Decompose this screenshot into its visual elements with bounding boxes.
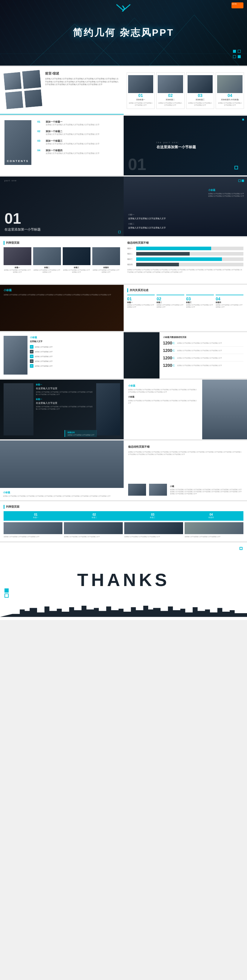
add-title-1: 01 添加标题一 这里输入文字这里输入文字这里输入文字这里输入文字 (127, 72, 155, 109)
te-col-4: 04 标题四 (182, 513, 241, 519)
part-big-num: 01 (128, 155, 146, 174)
summary2-content: 做总结性页面不错 这里输入文字这里输入文字这里输入文字这里输入文字这里输入文字这… (124, 441, 247, 500)
city-sub-text2: 这里输入文字这里输入文字这里输入文字 (128, 226, 243, 229)
sub-list-item-2: 02 这里输入文字这里输入文字 (30, 349, 120, 354)
ci-text-4: 这里输入文字这里输入文字这里输入文字这里输入文字这里输入文字 (46, 152, 99, 155)
stat-unit-3: 亿 (172, 356, 175, 360)
person-content: 小标题 这里输入文字这里输入文字这里输入文字这里输入文字这里输入文字这里输入文字… (124, 380, 247, 439)
arch-extra-text: 这里输入文字这里输入文字这里输入文字 (67, 434, 95, 436)
city-slide: 小标一 这里输入文字这里输入文字这里输入文字 小标二 这里输入文字这里输入文字这… (124, 177, 247, 236)
sub-list-item-1: 01 这里输入文字这里输入文字 (30, 344, 120, 349)
stat-val-3: 1200 (163, 355, 172, 360)
atb-text-4: 这里输入文字这里输入文字这里输入文字这里输入文字 (217, 102, 242, 106)
thanks-sq-2 (5, 593, 9, 598)
stat-val-2: 1200 (163, 348, 172, 353)
bar-label-2: 项目二 (127, 253, 136, 255)
atb-label-3: 添加标题三 (188, 99, 213, 101)
part-deco-sq (234, 166, 238, 169)
guitar-text: 这里输入文字这里输入文字这里输入文字这里输入文字这里输入文字这里输入文字这里输入… (3, 293, 120, 296)
part01-slide: part one 01 在这里添加第一小节标题 (0, 177, 124, 236)
sum-thumb-2 (149, 484, 167, 496)
city-text-content: 小标题 这里输入文字这里输入文字这里输入文字这里输入文字这里输入文字这里输入文字… (0, 441, 124, 500)
contents-left: CONTENTS (5, 120, 34, 171)
contents-word: CONTENTS (7, 159, 29, 162)
person-title2: 小标题 (128, 395, 198, 398)
list-img-1 (3, 247, 31, 265)
bar-row-4: 项目四 (127, 263, 244, 266)
list-img-2 (33, 247, 61, 265)
sum-thumb-1 (128, 484, 146, 496)
intro-body: 这里输入文字这里输入文字这里输入文字这里输入文字这里输入文字这里输入文字这里输入… (45, 78, 119, 86)
sub-list-item-3: 03 这里输入文字这里输入文字 (30, 354, 120, 359)
person-text: 小标题 这里输入文字这里输入文字这里输入文字这里输入文字这里输入文字这里输入文字… (124, 380, 202, 439)
bar-label-3: 项目三 (127, 258, 136, 261)
list-item-4: 标题四 这里输入文字这里输入文字这里输入文字这里输入文字 (92, 247, 120, 273)
te-item-text-1: 这里输入文字这里输入文字这里输入文字这里输入文字 (3, 536, 63, 538)
thanks-deco-sq (239, 547, 242, 550)
te-item-text-4: 这里输入文字这里输入文字这里输入文字这里输入文字 (184, 536, 244, 538)
sub-img (3, 336, 27, 375)
te-img-3 (124, 522, 183, 534)
summary-text: 这里输入文字这里输入文字这里输入文字这里输入文字这里输入文字这里输入文字这里输入… (127, 269, 244, 273)
guitar-text-wrap: 小标题 这里输入文字这里输入文字这里输入文字这里输入文字这里输入文字这里输入文字… (0, 285, 124, 299)
arch-content: 标题一 在这里输入文字这里 这里输入文字这里输入文字这里输入文字这里输入文字这里… (0, 380, 124, 439)
stats-img (124, 332, 159, 379)
stat-row-2: 1200 亿 这里输入文字这里输入文字这里输入文字这里输入文字这里输入文字 (163, 348, 244, 354)
list-item-2: 标题二 这里输入文字这里输入文字这里输入文字这里输入文字 (33, 247, 61, 273)
sub-list-item-5: 05 这里输入文字这里输入文字 (30, 364, 120, 368)
logo: 澳牛网 (231, 2, 244, 8)
atb-label-4: 添加标题四 (补充标题) (217, 99, 242, 101)
atb-img-1 (128, 75, 154, 93)
stat-desc-2: 这里输入文字这里输入文字这里输入文字这里输入文字这里输入文字 (177, 350, 244, 351)
te-img-1 (3, 522, 63, 534)
list-text-1: 这里输入文字这里输入文字这里输入文字这里输入文字 (3, 269, 31, 273)
stat-val-1: 1200 (163, 340, 172, 345)
enum-num-1: 01 (127, 296, 155, 301)
atb-img-2 (158, 75, 183, 93)
te-item-text-3: 这里输入文字这里输入文字这里输入文字这里输入文字 (124, 536, 183, 538)
contents-slide: CONTENTS 01 添加一个标题一 这里输入文字这里输入文字这里输入文字这里… (0, 116, 124, 175)
stats-numbers: 小标题 列数据描述性页面 1200 亿 这里输入文字这里输入文字这里输入文字这里… (159, 332, 247, 379)
enum-item-3: 03 标题三 这里输入文字这里输入文字这里输入文字这里输入文字 (186, 295, 214, 308)
intro-content: 前言·综述 这里输入文字这里输入文字这里输入文字这里输入文字这里输入文字这里输入… (0, 67, 124, 115)
atb-label-2: 添加标题二 (158, 99, 183, 101)
city-content: 小标一 这里输入文字这里输入文字这里输入文字 小标二 这里输入文字这里输入文字这… (124, 177, 247, 236)
deco-sq-4 (238, 55, 241, 58)
contents-item-2: 02 添加一个标题二 这里输入文字这里输入文字这里输入文字这里输入文字这里输入文… (37, 130, 119, 136)
number-stats-content: 小标题 列数据描述性页面 1200 亿 这里输入文字这里输入文字这里输入文字这里… (124, 332, 247, 379)
ci-num-3: 03 (37, 139, 43, 142)
stat-unit-4: 亿 (172, 364, 175, 367)
add-titles-content: 01 添加标题一 这里输入文字这里输入文字这里输入文字这里输入文字 02 添加标… (124, 67, 247, 115)
bar-bg-3 (136, 258, 244, 261)
deco-sq-3 (233, 55, 236, 58)
bar-fill-2 (136, 252, 190, 256)
city-right-heading: 小标题 (208, 188, 244, 192)
person-slide: 小标题 这里输入文字这里输入文字这里输入文字这里输入文字这里输入文字这里输入文字… (124, 380, 247, 439)
ci-title-3: 添加一个标题三 (46, 139, 99, 143)
city-sub-label: 小标一 (128, 213, 243, 216)
arch-t2: 在这里输入文字这里 (36, 401, 94, 405)
ci-title-4: 添加一个标题四 (46, 149, 99, 152)
stat-row-3: 1200 亿 这里输入文字这里输入文字这里输入文字这里输入文字这里输入文字 (163, 355, 244, 361)
guitar-heading: 小标题 (3, 288, 120, 292)
enum-num-4: 04 (216, 296, 244, 301)
atb-label-1: 添加标题一 (128, 99, 154, 101)
contents-content: CONTENTS 01 添加一个标题一 这里输入文字这里输入文字这里输入文字这里… (0, 116, 124, 175)
list-label-1: 标题一 (3, 266, 31, 269)
city-bottom-heading: 小标题 (3, 491, 121, 494)
list-num-5: 05 (30, 364, 34, 368)
arch-h1: 标题一 (36, 383, 94, 386)
arch-left-img (3, 383, 34, 436)
contents-item-1: 01 添加一个标题一 这里输入文字这里输入文字这里输入文字这里输入文字这里输入文… (37, 120, 119, 126)
sum-extra-title: 小概 (170, 485, 243, 488)
list-num-3: 03 (30, 355, 34, 358)
thanks-word: THANKS (77, 570, 170, 590)
sub-list-text-4: 这里输入文字这里输入文字 (35, 360, 53, 362)
svg-marker-2 (149, 15, 239, 65)
stats-title: 小标题 列数据描述性页面 (163, 336, 244, 339)
atb-num-1: 01 (128, 93, 154, 98)
city-bottom-text: 小标题 这里输入文字这里输入文字这里输入文字这里输入文字这里输入文字这里输入文字… (0, 488, 124, 500)
part01-content: part one 01 在这里添加第一小节标题 (0, 177, 124, 236)
bar-fill-3 (136, 258, 222, 261)
bar-label-4: 项目四 (127, 263, 136, 266)
